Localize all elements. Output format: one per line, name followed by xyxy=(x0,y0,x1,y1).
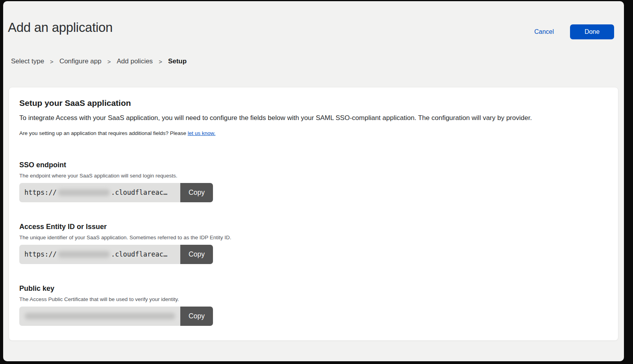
access-entity-id-label: Access Entity ID or Issuer xyxy=(19,223,608,231)
value-suffix: .cloudflareac… xyxy=(111,250,167,258)
redacted-value-blur xyxy=(58,189,110,196)
sso-endpoint-description: The endpoint where your SaaS application… xyxy=(19,173,608,179)
public-key-copy-button[interactable]: Copy xyxy=(180,307,213,326)
breadcrumb-separator: > xyxy=(159,58,162,65)
access-entity-id-copy-button[interactable]: Copy xyxy=(180,245,213,264)
public-key-description: The Access Public Certificate that will … xyxy=(19,296,608,302)
access-entity-id-description: The unique identifier of your SaaS appli… xyxy=(19,235,608,240)
public-key-value xyxy=(19,307,180,326)
value-prefix: https:// xyxy=(24,250,57,258)
cancel-button[interactable]: Cancel xyxy=(534,28,554,35)
sso-endpoint-copy-row: https:// .cloudflareac… Copy xyxy=(19,183,213,202)
breadcrumb-step-setup: Setup xyxy=(168,57,187,65)
sso-endpoint-label: SSO endpoint xyxy=(19,161,608,169)
sso-endpoint-value: https:// .cloudflareac… xyxy=(19,183,180,202)
breadcrumb-step-configure-app[interactable]: Configure app xyxy=(59,57,102,65)
sso-endpoint-copy-button[interactable]: Copy xyxy=(180,183,213,202)
value-suffix: .cloudflareac… xyxy=(111,188,167,196)
public-key-label: Public key xyxy=(19,285,608,293)
breadcrumb-separator: > xyxy=(107,58,111,65)
access-entity-id-section: Access Entity ID or Issuer The unique id… xyxy=(19,223,608,264)
public-key-copy-row: Copy xyxy=(19,307,213,326)
done-button[interactable]: Done xyxy=(570,24,614,39)
help-prompt: Are you setting up an application that r… xyxy=(19,130,188,136)
page-header: Add an application Cancel Done xyxy=(3,1,624,35)
sso-endpoint-section: SSO endpoint The endpoint where your Saa… xyxy=(19,161,608,202)
redacted-value-blur xyxy=(25,313,175,320)
card-help-text: Are you setting up an application that r… xyxy=(19,130,608,136)
breadcrumb-step-select-type[interactable]: Select type xyxy=(11,57,44,65)
breadcrumb-step-add-policies[interactable]: Add policies xyxy=(117,57,153,65)
header-actions: Cancel Done xyxy=(534,24,614,39)
access-entity-id-value: https:// .cloudflareac… xyxy=(19,245,180,264)
breadcrumb: Select type > Configure app > Add polici… xyxy=(11,57,624,65)
access-entity-id-copy-row: https:// .cloudflareac… Copy xyxy=(19,245,213,264)
redacted-value-blur xyxy=(58,251,110,258)
setup-card: Setup your SaaS application To integrate… xyxy=(9,87,618,341)
value-prefix: https:// xyxy=(24,188,57,196)
let-us-know-link[interactable]: let us know. xyxy=(188,130,216,136)
card-title: Setup your SaaS application xyxy=(19,98,608,108)
public-key-section: Public key The Access Public Certificate… xyxy=(19,285,608,326)
app-window: Add an application Cancel Done Select ty… xyxy=(3,1,624,361)
page-title: Add an application xyxy=(8,20,614,35)
card-intro-text: To integrate Access with your SaaS appli… xyxy=(19,114,608,123)
breadcrumb-separator: > xyxy=(50,58,54,65)
